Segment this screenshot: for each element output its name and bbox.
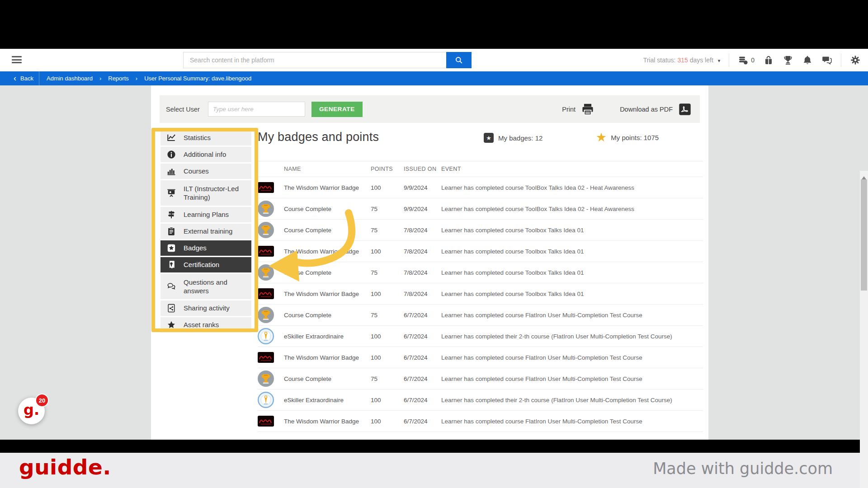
chart-line-icon — [167, 133, 176, 142]
info-icon — [167, 150, 176, 159]
sidebar-item-asset-ranks[interactable]: Asset ranks — [160, 317, 251, 333]
breadcrumb-reports[interactable]: Reports — [108, 75, 129, 82]
table-row[interactable]: Course Complete 75 6/7/2024 Learner has … — [258, 305, 703, 326]
search-input[interactable] — [183, 52, 446, 68]
hamburger-menu-icon[interactable] — [12, 56, 22, 64]
sidebar-item-courses[interactable]: Courses — [160, 164, 251, 179]
sidebar-item-certification[interactable]: Certification — [160, 257, 251, 272]
breadcrumb-admin-dashboard[interactable]: Admin dashboard — [47, 75, 93, 82]
search-icon — [454, 56, 463, 65]
table-row[interactable]: Course Complete 75 7/8/2024 Learner has … — [258, 220, 703, 241]
bell-icon[interactable] — [802, 55, 813, 66]
back-label: Back — [20, 75, 33, 82]
table-header: NAME POINTS ISSUED ON EVENT — [258, 161, 703, 177]
chevron-down-icon: ▾ — [718, 58, 721, 63]
sidebar-item-ilt-instructor-led-training[interactable]: ILT (Instructor-Led Training) — [160, 180, 251, 206]
clipboard-icon — [167, 227, 176, 236]
table-row[interactable]: The Wisdom Warrior Badge 100 7/8/2024 Le… — [258, 283, 703, 305]
badge-issued-on: 7/8/2024 — [404, 291, 441, 297]
badge-event: Learner has completed course Toolbox Tal… — [441, 248, 703, 255]
header-divider — [729, 53, 729, 67]
badge-event: Learner has completed course Toolbox Tal… — [441, 291, 703, 297]
download-pdf-button[interactable]: Download as PDF — [620, 103, 692, 116]
print-label: Print — [562, 106, 576, 113]
sidebar-item-questions-and-answers[interactable]: Questions and answers — [160, 274, 251, 299]
back-button[interactable]: ‹ Back — [0, 75, 39, 82]
certificate-icon — [167, 260, 176, 269]
table-row[interactable]: Course Complete 75 6/7/2024 Learner has … — [258, 368, 703, 389]
sidebar-item-sharing-activity[interactable]: Sharing activity — [160, 300, 251, 316]
badge-issued-on: 6/7/2024 — [404, 397, 441, 404]
trophy-badge-icon — [258, 264, 274, 281]
my-badges-count: My badges: 12 — [498, 134, 542, 142]
header-divider — [841, 53, 841, 67]
recorder-step-count-badge: 20 — [35, 394, 49, 407]
report-toolbar: Select User GENERATE Print Download as P… — [160, 95, 700, 123]
table-row[interactable]: The Wisdom Warrior Badge 100 7/8/2024 Le… — [258, 241, 703, 262]
badge-name: Course Complete — [284, 375, 371, 382]
select-user-label: Select User — [166, 106, 200, 113]
guidde-recorder-bubble[interactable]: g. 20 — [18, 398, 45, 424]
made-with-guidde-link[interactable]: Made with guidde.com — [653, 460, 833, 478]
trophy-badge-icon — [258, 222, 274, 238]
app-header: Trial status: 315 days left ▾ 0 — [0, 49, 868, 72]
badge-points: 75 — [371, 312, 404, 319]
badge-issued-on: 7/8/2024 — [404, 248, 441, 255]
badge-event: Learner has completed their 2-th course … — [441, 333, 703, 340]
trophy-icon[interactable] — [783, 55, 793, 66]
badge-event: Learner has completed course FlatIron Us… — [441, 312, 703, 319]
user-search-input[interactable] — [208, 102, 305, 117]
coins-icon — [738, 55, 749, 66]
badge-name: Course Complete — [284, 227, 371, 234]
badge-star-icon — [167, 244, 176, 253]
breadcrumb-bar: ‹ Back Admin dashboard › Reports › User … — [0, 71, 868, 85]
badge-name: The Wisdom Warrior Badge — [284, 248, 371, 255]
badge-issued-on: 7/8/2024 — [404, 269, 441, 276]
trial-status-suffix: days left — [690, 56, 713, 64]
sidebar-item-additional-info[interactable]: Additional info — [160, 147, 251, 162]
gift-icon[interactable] — [763, 55, 774, 66]
search-button[interactable] — [446, 52, 472, 68]
table-row[interactable]: The Wisdom Warrior Badge 100 6/7/2024 Le… — [258, 411, 703, 432]
table-row[interactable]: The Wisdom Warrior Badge 100 6/7/2024 Le… — [258, 347, 703, 368]
badge-points: 75 — [371, 227, 404, 234]
eskiller-badge-icon — [258, 328, 274, 344]
generate-button[interactable]: GENERATE — [311, 102, 363, 117]
chat-icon[interactable] — [821, 55, 832, 66]
trophy-badge-icon — [258, 371, 274, 387]
sidebar-item-learning-plans[interactable]: Learning Plans — [160, 207, 251, 222]
sidebar-item-badges[interactable]: Badges — [160, 240, 251, 256]
badge-issued-on: 6/7/2024 — [404, 312, 441, 319]
coins-button[interactable]: 0 — [738, 55, 755, 66]
wisdom-badge-icon — [258, 182, 274, 193]
my-badges-summary: ★ My badges: 12 — [484, 133, 542, 143]
report-title-row: My badges and points ★ My badges: 12 ★ M… — [258, 130, 703, 155]
breadcrumb-current-page: User Personal Summary: dave.libengood — [144, 75, 251, 82]
column-points: POINTS — [371, 166, 404, 172]
table-row[interactable]: The Wisdom Warrior Badge 100 9/9/2024 Le… — [258, 177, 703, 198]
table-row[interactable]: eSkiller Extraordinaire 100 6/7/2024 Lea… — [258, 389, 703, 411]
badge-issued-on: 6/7/2024 — [404, 375, 441, 382]
badge-points: 100 — [371, 418, 404, 425]
report-card: Select User GENERATE Print Download as P… — [151, 85, 708, 440]
badge-issued-on: 6/7/2024 — [404, 333, 441, 340]
sidebar-item-statistics[interactable]: Statistics — [160, 130, 251, 145]
column-issued-on: ISSUED ON — [404, 166, 441, 172]
sidebar-item-external-training[interactable]: External training — [160, 224, 251, 239]
presentation-icon — [167, 188, 176, 197]
gear-icon[interactable] — [850, 55, 861, 66]
share-doc-icon — [167, 304, 176, 313]
pdf-icon — [678, 103, 692, 116]
trial-status-dropdown[interactable]: Trial status: 315 days left ▾ — [643, 56, 721, 64]
scrollbar-up-arrow[interactable] — [862, 174, 866, 179]
badge-issued-on: 6/7/2024 — [404, 354, 441, 361]
print-button[interactable]: Print — [562, 103, 594, 116]
coins-count: 0 — [751, 56, 755, 64]
badge-name: The Wisdom Warrior Badge — [284, 418, 371, 425]
table-row[interactable]: eSkiller Extraordinaire 100 6/7/2024 Lea… — [258, 326, 703, 347]
badge-event: Learner has completed course Toolbox Tal… — [441, 269, 703, 276]
wisdom-badge-icon — [258, 416, 274, 427]
scrollbar-thumb[interactable] — [861, 179, 867, 291]
table-row[interactable]: Course Complete 75 7/8/2024 Learner has … — [258, 262, 703, 283]
table-row[interactable]: Course Complete 75 9/9/2024 Learner has … — [258, 198, 703, 220]
